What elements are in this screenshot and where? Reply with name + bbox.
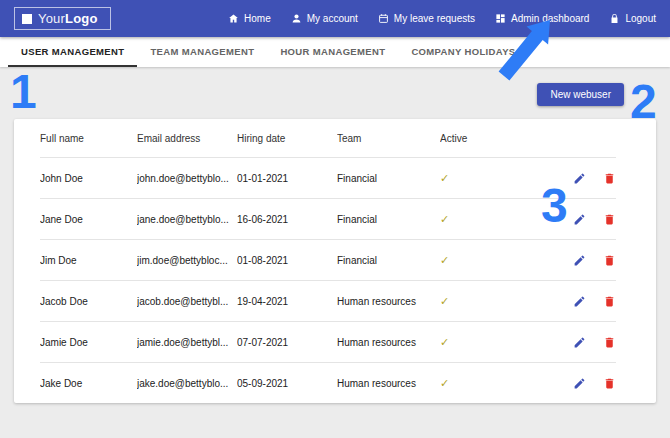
delete-button[interactable] [603,213,616,226]
lock-icon [609,13,620,24]
cell-email: jacob.doe@bettybl... [137,296,237,307]
table-row: John Doe john.doe@bettyblo... 01-01-2021… [40,157,616,198]
users-table-card: Full name Email address Hiring date Team… [14,119,656,403]
annotation-number-3: 3 [541,182,568,230]
pencil-icon [573,296,586,311]
edit-button[interactable] [573,377,586,390]
trash-icon [603,214,616,229]
header-hiring-date: Hiring date [237,133,337,144]
nav-item-my-account[interactable]: My account [291,13,358,24]
top-navbar: YourLogo Home My account My leave req [0,0,670,37]
cell-full-name: Jane Doe [40,214,137,225]
nav-item-my-leave-requests[interactable]: My leave requests [378,13,475,24]
cell-email: john.doe@bettyblo... [137,173,237,184]
pencil-icon [573,214,586,229]
active-checkmark: ✓ [440,377,550,390]
tab-team-management[interactable]: TEAM MANAGEMENT [137,37,267,67]
row-actions [550,377,616,390]
cell-hiring-date: 01-01-2021 [237,173,337,184]
tab-bar: USER MANAGEMENT TEAM MANAGEMENT HOUR MAN… [0,37,670,67]
logo-your: Your [38,11,65,26]
edit-button[interactable] [573,336,586,349]
delete-button[interactable] [603,172,616,185]
logo-square-icon [22,14,32,24]
tab-hour-management[interactable]: HOUR MANAGEMENT [267,37,398,67]
logo[interactable]: YourLogo [14,7,111,30]
nav-item-label: My leave requests [394,13,475,24]
cell-full-name: Jacob Doe [40,296,137,307]
header-email: Email address [137,133,237,144]
cell-full-name: John Doe [40,173,137,184]
cell-team: Financial [337,255,440,266]
delete-button[interactable] [603,377,616,390]
edit-button[interactable] [573,295,586,308]
cell-team: Human resources [337,296,440,307]
app-screen: YourLogo Home My account My leave req [0,0,670,438]
main-content: New webuser Full name Email address Hiri… [0,67,670,403]
delete-button[interactable] [603,336,616,349]
cell-team: Human resources [337,378,440,389]
cell-full-name: Jamie Doe [40,337,137,348]
delete-button[interactable] [603,295,616,308]
cell-hiring-date: 07-07-2021 [237,337,337,348]
nav-item-home[interactable]: Home [228,13,271,24]
calendar-icon [378,13,389,24]
annotation-number-2: 2 [630,78,657,126]
active-checkmark: ✓ [440,213,550,226]
edit-button[interactable] [573,172,586,185]
annotation-number-1: 1 [10,68,37,116]
row-actions [550,254,616,267]
table-row: Jamie Doe jamie.doe@bettybl... 07-07-202… [40,321,616,362]
cell-team: Human resources [337,337,440,348]
pencil-icon [573,255,586,270]
delete-button[interactable] [603,254,616,267]
cell-hiring-date: 05-09-2021 [237,378,337,389]
cell-hiring-date: 16-06-2021 [237,214,337,225]
trash-icon [603,337,616,352]
nav-item-label: My account [307,13,358,24]
nav-item-label: Logout [625,13,656,24]
active-checkmark: ✓ [440,172,550,185]
edit-button[interactable] [573,254,586,267]
cell-email: jamie.doe@bettybl... [137,337,237,348]
cell-email: jane.doe@bettyblo... [137,214,237,225]
active-checkmark: ✓ [440,336,550,349]
cell-full-name: Jake Doe [40,378,137,389]
new-webuser-button[interactable]: New webuser [537,83,624,106]
edit-button[interactable] [573,213,586,226]
cell-team: Financial [337,173,440,184]
header-team: Team [337,133,440,144]
logo-text: YourLogo [38,11,98,26]
tab-user-management[interactable]: USER MANAGEMENT [8,37,137,67]
cell-hiring-date: 19-04-2021 [237,296,337,307]
cell-hiring-date: 01-08-2021 [237,255,337,266]
table-row: Jacob Doe jacob.doe@bettybl... 19-04-202… [40,280,616,321]
header-active: Active [440,133,550,144]
cell-email: jake.doe@bettyblo... [137,378,237,389]
nav-item-label: Home [244,13,271,24]
trash-icon [603,255,616,270]
navbar-menu: Home My account My leave requests Admin … [228,13,656,24]
home-icon [228,13,239,24]
cell-team: Financial [337,214,440,225]
cell-email: jim.doe@bettybloc... [137,255,237,266]
pencil-icon [573,173,586,188]
row-actions [550,336,616,349]
pencil-icon [573,337,586,352]
table-header-row: Full name Email address Hiring date Team… [40,119,616,157]
nav-item-logout[interactable]: Logout [609,13,656,24]
table-row: Jane Doe jane.doe@bettyblo... 16-06-2021… [40,198,616,239]
pencil-icon [573,378,586,393]
table-row: Jake Doe jake.doe@bettyblo... 05-09-2021… [40,362,616,403]
cell-full-name: Jim Doe [40,255,137,266]
row-actions [550,295,616,308]
trash-icon [603,173,616,188]
header-full-name: Full name [40,133,137,144]
active-checkmark: ✓ [440,254,550,267]
trash-icon [603,296,616,311]
toolbar: New webuser [14,67,656,119]
person-icon [291,13,302,24]
logo-logo: Logo [65,11,98,26]
trash-icon [603,378,616,393]
table-row: Jim Doe jim.doe@bettybloc... 01-08-2021 … [40,239,616,280]
